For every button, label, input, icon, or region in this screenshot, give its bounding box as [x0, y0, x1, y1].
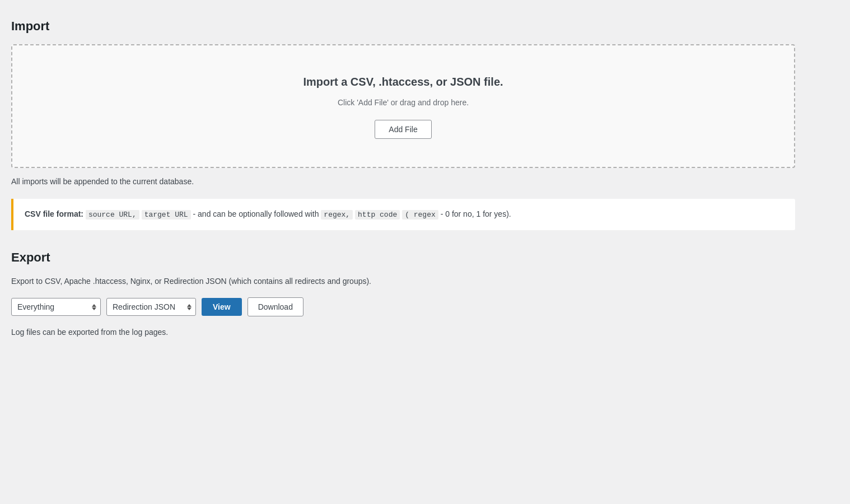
imports-note: All imports will be appended to the curr… [11, 176, 795, 188]
code-source-url: source URL, [86, 210, 139, 220]
import-dropzone[interactable]: Import a CSV, .htaccess, or JSON file. C… [11, 44, 795, 168]
format-select[interactable]: Redirection JSON CSV Apache .htaccess Ng… [106, 298, 196, 316]
code-regex-paren: ( regex [402, 210, 438, 220]
dropzone-subtitle: Click 'Add File' or drag and drop here. [29, 97, 777, 109]
code-http-code: http code [355, 210, 400, 220]
export-description: Export to CSV, Apache .htaccess, Nginx, … [11, 276, 795, 287]
csv-format-text: CSV file format: source URL, target URL … [25, 208, 784, 221]
import-title: Import [11, 17, 795, 35]
export-controls: Everything Groups Redirects Redirection … [11, 297, 795, 316]
code-regex: regex, [321, 210, 353, 220]
download-button[interactable]: Download [247, 297, 303, 316]
import-section: Import Import a CSV, .htaccess, or JSON … [11, 17, 795, 230]
csv-suffix-text: - 0 for no, 1 for yes). [441, 209, 511, 218]
export-section: Export Export to CSV, Apache .htaccess, … [11, 248, 795, 338]
dropzone-title: Import a CSV, .htaccess, or JSON file. [29, 73, 777, 90]
group-select[interactable]: Everything Groups Redirects [11, 298, 101, 316]
view-button[interactable]: View [202, 298, 242, 316]
csv-format-bold: CSV file format: [25, 209, 83, 218]
csv-format-info: CSV file format: source URL, target URL … [11, 199, 795, 230]
code-target-url: target URL [142, 210, 191, 220]
csv-middle-text: - and can be optionally followed with [193, 209, 321, 218]
format-select-wrapper: Redirection JSON CSV Apache .htaccess Ng… [106, 298, 196, 316]
log-note: Log files can be exported from the log p… [11, 326, 795, 338]
add-file-button[interactable]: Add File [375, 120, 431, 139]
group-select-wrapper: Everything Groups Redirects [11, 298, 101, 316]
export-title: Export [11, 248, 795, 267]
